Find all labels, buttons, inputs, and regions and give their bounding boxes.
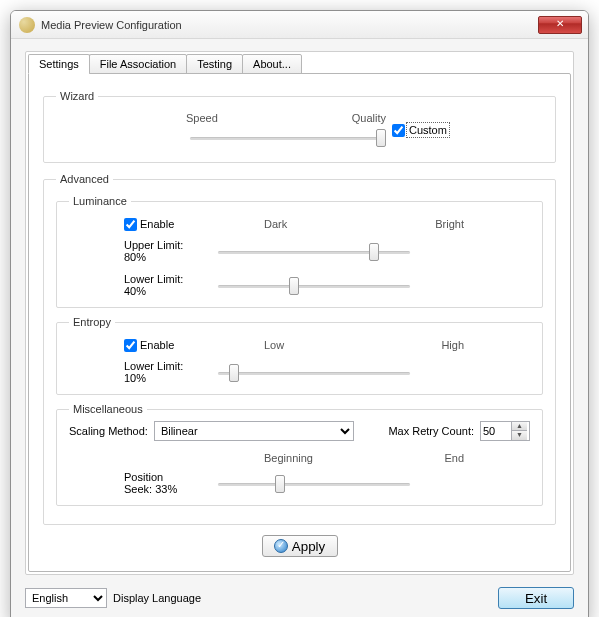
misc-legend: Miscellaneous xyxy=(69,403,147,415)
max-retry-spinner[interactable]: ▲ ▼ xyxy=(480,421,530,441)
titlebar: Media Preview Configuration ✕ xyxy=(11,11,588,39)
apply-icon xyxy=(274,539,288,553)
wizard-custom-label: Custom xyxy=(408,124,448,136)
tab-settings[interactable]: Settings xyxy=(28,54,90,74)
position-seek-label: Position Seek: 33% xyxy=(69,471,184,495)
entropy-enable-checkbox[interactable]: Enable xyxy=(124,339,174,352)
scaling-label: Scaling Method: xyxy=(69,425,148,437)
wizard-slider[interactable] xyxy=(186,126,386,148)
entropy-enable-label: Enable xyxy=(140,339,174,351)
misc-group: Miscellaneous Scaling Method: Bilinear M… xyxy=(56,403,543,506)
luminance-dark-label: Dark xyxy=(264,218,287,230)
entropy-group: Entropy Enable Low xyxy=(56,316,543,395)
exit-label: Exit xyxy=(525,591,547,606)
luminance-legend: Luminance xyxy=(69,195,131,207)
language-select[interactable]: English xyxy=(25,588,107,608)
app-icon xyxy=(19,17,35,33)
entropy-legend: Entropy xyxy=(69,316,115,328)
wizard-legend: Wizard xyxy=(56,90,98,102)
luminance-lower-label: Lower Limit: 40% xyxy=(69,273,184,297)
luminance-upper-label: Upper Limit: 80% xyxy=(69,239,184,263)
apply-label: Apply xyxy=(292,539,325,554)
position-seek-slider[interactable] xyxy=(214,472,414,494)
wizard-quality-label: Quality xyxy=(352,112,386,124)
spin-down-icon[interactable]: ▼ xyxy=(512,431,527,440)
advanced-group: Advanced Luminance Enable xyxy=(43,173,556,525)
advanced-legend: Advanced xyxy=(56,173,113,185)
tab-about[interactable]: About... xyxy=(242,54,302,74)
entropy-lower-slider[interactable] xyxy=(214,361,414,383)
wizard-speed-label: Speed xyxy=(186,112,218,124)
max-retry-label: Max Retry Count: xyxy=(388,425,474,437)
tab-panel-settings: Wizard Speed Quality xyxy=(28,73,571,572)
luminance-group: Luminance Enable Dar xyxy=(56,195,543,308)
max-retry-input[interactable] xyxy=(481,425,511,437)
position-begin-label: Beginning xyxy=(264,452,313,464)
luminance-bright-label: Bright xyxy=(435,218,464,230)
entropy-enable-input[interactable] xyxy=(124,339,137,352)
luminance-upper-slider[interactable] xyxy=(214,240,414,262)
luminance-enable-input[interactable] xyxy=(124,218,137,231)
window-title: Media Preview Configuration xyxy=(41,19,538,31)
apply-button[interactable]: Apply xyxy=(262,535,338,557)
tab-row: Settings File Association Testing About.… xyxy=(28,54,571,74)
entropy-low-label: Low xyxy=(264,339,284,351)
tab-testing[interactable]: Testing xyxy=(186,54,243,74)
entropy-high-label: High xyxy=(441,339,464,351)
luminance-lower-slider[interactable] xyxy=(214,274,414,296)
entropy-lower-label: Lower Limit: 10% xyxy=(69,360,184,384)
close-button[interactable]: ✕ xyxy=(538,16,582,34)
scaling-select[interactable]: Bilinear xyxy=(154,421,354,441)
wizard-custom-checkbox[interactable]: Custom xyxy=(392,124,448,137)
wizard-custom-input[interactable] xyxy=(392,124,405,137)
wizard-group: Wizard Speed Quality xyxy=(43,90,556,163)
tab-file-association[interactable]: File Association xyxy=(89,54,187,74)
language-label: Display Language xyxy=(113,592,201,604)
spin-up-icon[interactable]: ▲ xyxy=(512,422,527,431)
position-end-label: End xyxy=(444,452,464,464)
window: Media Preview Configuration ✕ Settings F… xyxy=(10,10,589,617)
luminance-enable-checkbox[interactable]: Enable xyxy=(124,218,174,231)
luminance-enable-label: Enable xyxy=(140,218,174,230)
exit-button[interactable]: Exit xyxy=(498,587,574,609)
